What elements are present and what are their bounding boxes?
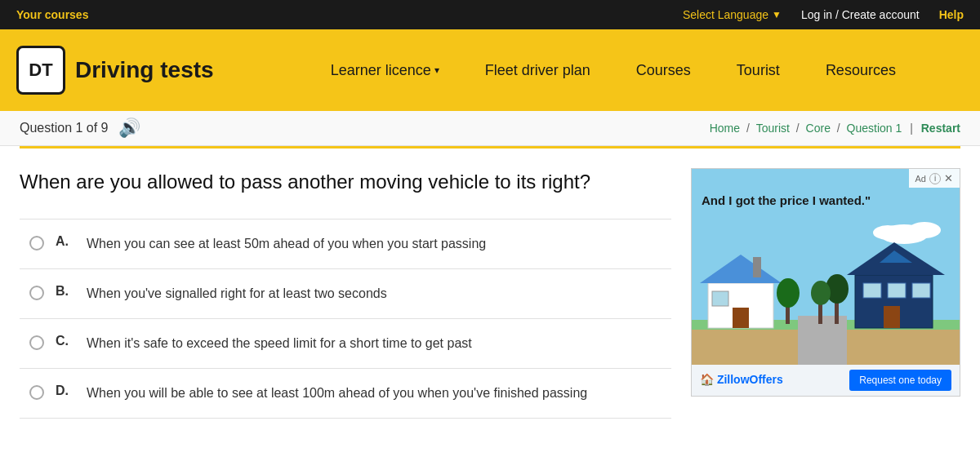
help-link[interactable]: Help <box>939 8 964 21</box>
nav-tourist[interactable]: Tourist <box>714 62 803 79</box>
ad-cta-button[interactable]: Request one today <box>849 370 951 391</box>
option-b-label: B. <box>56 284 75 299</box>
breadcrumb-tourist[interactable]: Tourist <box>756 122 790 135</box>
radio-d[interactable] <box>29 385 44 400</box>
radio-a[interactable] <box>29 236 44 251</box>
zillow-logo-svg: 🏠 ZillowOffers <box>700 370 790 388</box>
nav-learner-licence[interactable]: Learner licence ▾ <box>308 62 462 79</box>
ad-section: Ad i ✕ And I got the price I wanted." - … <box>691 168 960 419</box>
breadcrumb: Home / Tourist / Core / Question 1 | Res… <box>710 122 960 135</box>
svg-rect-19 <box>912 283 930 298</box>
breadcrumb-sep-3: / <box>837 122 844 135</box>
option-a[interactable]: A. When you can see at least 50m ahead o… <box>20 219 671 269</box>
nav-fleet-driver-plan[interactable]: Fleet driver plan <box>462 62 613 79</box>
nav-resources[interactable]: Resources <box>803 62 919 79</box>
breadcrumb-restart[interactable]: Restart <box>921 122 960 135</box>
question-info: Question 1 of 9 🔊 <box>20 118 140 139</box>
breadcrumb-bar: Question 1 of 9 🔊 Home / Tourist / Core … <box>0 111 980 146</box>
option-a-text: When you can see at least 50m ahead of y… <box>87 234 486 254</box>
radio-c[interactable] <box>29 335 44 350</box>
main-nav: DT Driving tests Learner licence ▾ Fleet… <box>0 29 980 111</box>
ad-info-icon[interactable]: i <box>929 173 941 184</box>
login-link[interactable]: Log in / Create account <box>801 8 920 21</box>
ad-label: Ad <box>915 174 926 184</box>
option-c-text: When it's safe to exceed the speed limit… <box>87 334 472 353</box>
ad-close-icon[interactable]: ✕ <box>944 172 953 184</box>
option-a-label: A. <box>56 234 75 249</box>
radio-b[interactable] <box>29 286 44 300</box>
option-b[interactable]: B. When you've signalled right for at le… <box>20 269 671 319</box>
top-bar: Your courses Select Language ▼ Log in / … <box>0 0 980 29</box>
logo-box: DT <box>16 46 65 95</box>
svg-rect-11 <box>753 257 761 277</box>
ad-top-bar: Ad i ✕ <box>909 169 960 188</box>
zillow-logo: 🏠 ZillowOffers <box>700 370 790 391</box>
ad-scene-svg <box>692 218 960 365</box>
svg-text:🏠 ZillowOffers: 🏠 ZillowOffers <box>700 373 783 387</box>
option-d[interactable]: D. When you will be able to see at least… <box>20 369 671 419</box>
brand-name: Driving tests <box>75 57 214 83</box>
breadcrumb-home[interactable]: Home <box>710 122 740 135</box>
svg-point-3 <box>873 225 902 240</box>
option-c-label: C. <box>56 334 75 348</box>
breadcrumb-sep-2: / <box>796 122 803 135</box>
breadcrumb-pipe: | <box>910 122 916 135</box>
options-list: A. When you can see at least 50m ahead o… <box>20 219 671 419</box>
learner-licence-arrow-icon: ▾ <box>434 64 439 76</box>
breadcrumb-core[interactable]: Core <box>806 122 831 135</box>
question-counter: Question 1 of 9 <box>20 121 109 135</box>
question-text: When are you allowed to pass another mov… <box>20 168 671 196</box>
ad-box: Ad i ✕ And I got the price I wanted." - … <box>691 168 960 397</box>
language-arrow-icon: ▼ <box>772 9 782 20</box>
language-label: Select Language <box>683 8 768 21</box>
logo-dt: DT <box>29 60 52 81</box>
svg-point-13 <box>777 278 800 308</box>
nav-courses[interactable]: Courses <box>613 62 714 79</box>
quiz-section: When are you allowed to pass another mov… <box>20 168 671 419</box>
svg-rect-17 <box>863 283 881 298</box>
svg-rect-9 <box>733 308 749 328</box>
svg-rect-20 <box>884 306 900 328</box>
svg-point-2 <box>908 222 941 238</box>
option-d-text: When you will be able to see at least 10… <box>87 384 587 403</box>
breadcrumb-question1: Question 1 <box>847 122 902 135</box>
svg-rect-18 <box>888 283 906 298</box>
svg-point-24 <box>811 281 831 305</box>
nav-links: Learner licence ▾ Fleet driver plan Cour… <box>263 62 964 79</box>
ad-quote: And I got the price I wanted." <box>702 192 950 209</box>
speaker-icon[interactable]: 🔊 <box>118 118 140 139</box>
option-b-text: When you've signalled right for at least… <box>87 284 387 304</box>
option-d-label: D. <box>56 384 75 398</box>
language-selector[interactable]: Select Language ▼ <box>683 8 782 21</box>
svg-rect-10 <box>712 291 728 306</box>
content-area: When are you allowed to pass another mov… <box>0 149 980 419</box>
breadcrumb-sep-1: / <box>746 122 753 135</box>
logo-area[interactable]: DT Driving tests <box>16 46 214 95</box>
your-courses-link[interactable]: Your courses <box>16 8 88 21</box>
ad-footer: 🏠 ZillowOffers Request one today <box>692 365 960 396</box>
option-c[interactable]: C. When it's safe to exceed the speed li… <box>20 319 671 369</box>
top-bar-right: Select Language ▼ Log in / Create accoun… <box>683 8 964 21</box>
